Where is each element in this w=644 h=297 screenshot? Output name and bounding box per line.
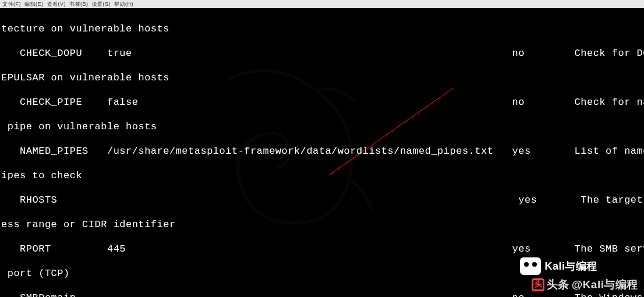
output-line: SMBDomain . no The Windows dom (1, 292, 643, 297)
terminal-output[interactable]: tecture on vulnerable hosts CHECK_DOPU t… (0, 8, 644, 297)
toutiao-text: @Kali与编程 (572, 277, 638, 292)
output-line: EPULSAR on vulnerable hosts (1, 72, 643, 84)
output-line: ess range or CIDR identifier (1, 218, 643, 231)
menu-file[interactable]: 文件(F) (2, 1, 21, 8)
output-line: tecture on vulnerable hosts (1, 23, 643, 35)
output-line: RHOSTS yes The target addr (1, 194, 643, 206)
toutiao-icon (532, 278, 544, 291)
wechat-text: Kali与编程 (544, 259, 597, 273)
menu-bookmarks[interactable]: 书签(B) (69, 1, 89, 8)
output-line: ipes to check (1, 169, 643, 182)
output-line: NAMED_PIPES /usr/share/metasploit-framew… (1, 145, 643, 157)
menu-help[interactable]: 帮助(H) (114, 1, 133, 8)
menu-view[interactable]: 查看(V) (47, 1, 66, 8)
output-line: CHECK_PIPE false no Check for named (1, 96, 643, 108)
menu-edit[interactable]: 编辑(E) (24, 1, 44, 8)
output-line: CHECK_DOPU true no Check for DOUBL (1, 47, 643, 59)
output-line: pipe on vulnerable hosts (1, 121, 643, 133)
toutiao-watermark: 头条 @Kali与编程 (532, 277, 638, 292)
toutiao-prefix: 头条 (547, 277, 569, 292)
menu-settings[interactable]: 设置(S) (92, 1, 111, 8)
menubar[interactable]: 文件(F) 编辑(E) 查看(V) 书签(B) 设置(S) 帮助(H) (0, 0, 644, 8)
output-line: RPORT 445 yes The SMB service (1, 243, 643, 255)
wechat-icon (520, 257, 541, 275)
wechat-watermark: Kali与编程 (520, 257, 597, 275)
